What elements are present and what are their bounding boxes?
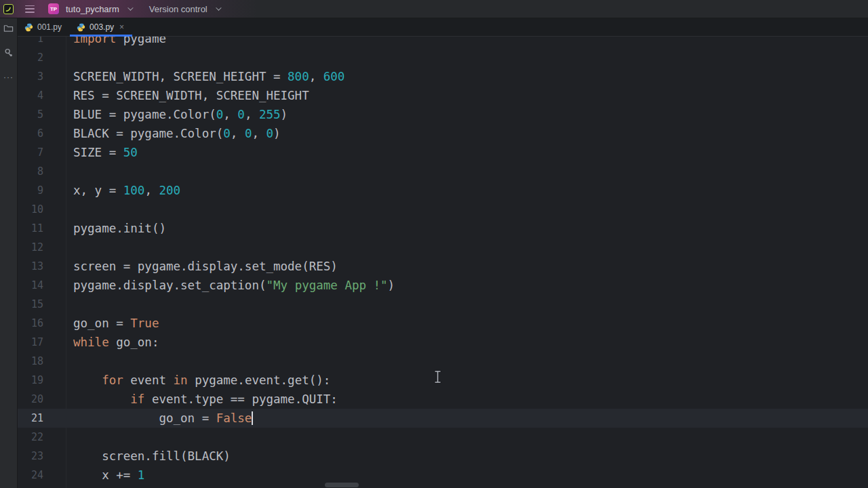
code-line[interactable]: 15: [18, 295, 868, 314]
line-number[interactable]: 12: [18, 241, 43, 253]
code-text: SCREEN_WIDTH, SCREEN_HEIGHT = 800, 600: [43, 70, 344, 83]
code-line[interactable]: 3SCREEN_WIDTH, SCREEN_HEIGHT = 800, 600: [18, 67, 868, 86]
code-text: screen = pygame.display.set_mode(RES): [43, 260, 338, 273]
line-number[interactable]: 7: [18, 146, 43, 159]
line-number[interactable]: 18: [18, 355, 43, 367]
code-line[interactable]: 10: [18, 200, 868, 219]
tab-003py[interactable]: 003.py×: [70, 18, 132, 36]
code-text: x, y = 100, 200: [43, 184, 180, 197]
code-line[interactable]: 2: [18, 48, 868, 67]
code-line[interactable]: 20 if event.type == pygame.QUIT:: [18, 390, 868, 409]
line-number[interactable]: 9: [18, 184, 43, 197]
code-text: while go_on:: [43, 336, 159, 349]
code-text: go_on = False: [43, 411, 253, 425]
main-toolbar: TP tuto_pycharm Version control: [0, 0, 868, 18]
main-menu-icon[interactable]: [25, 5, 35, 13]
code-line[interactable]: 24 x += 1: [18, 466, 868, 485]
code-text: pygame.display.set_caption("My pygame Ap…: [43, 279, 395, 292]
code-line[interactable]: 19 for event in pygame.event.get():: [18, 371, 868, 390]
line-number[interactable]: 2: [18, 52, 43, 64]
code-line[interactable]: 18: [18, 352, 868, 371]
code-line[interactable]: 5BLUE = pygame.Color(0, 0, 255): [18, 105, 868, 124]
line-number[interactable]: 23: [18, 450, 43, 462]
code-line[interactable]: 8: [18, 162, 868, 181]
code-line[interactable]: 1import pygame: [18, 37, 868, 48]
line-number[interactable]: 10: [18, 203, 43, 216]
code-text: SIZE = 50: [43, 146, 138, 159]
line-number[interactable]: 6: [18, 127, 43, 140]
line-number[interactable]: 14: [18, 279, 43, 291]
code-text: BLACK = pygame.Color(0, 0, 0): [43, 127, 281, 140]
line-number[interactable]: 4: [18, 89, 43, 102]
line-number[interactable]: 20: [18, 393, 43, 405]
line-number[interactable]: 16: [18, 317, 43, 329]
code-line[interactable]: 16go_on = True: [18, 314, 868, 333]
code-line[interactable]: 11pygame.init(): [18, 219, 868, 238]
project-name[interactable]: tuto_pycharm: [66, 4, 119, 14]
project-badge[interactable]: TP: [48, 3, 59, 14]
line-number[interactable]: 5: [18, 108, 43, 121]
line-number[interactable]: 19: [18, 374, 43, 386]
line-number[interactable]: 21: [18, 412, 43, 424]
text-caret: [252, 411, 253, 425]
code-line[interactable]: 7SIZE = 50: [18, 143, 868, 162]
code-line[interactable]: 4RES = SCREEN_WIDTH, SCREEN_HEIGHT: [18, 86, 868, 105]
chevron-down-icon[interactable]: [127, 5, 133, 10]
code-text: BLUE = pygame.Color(0, 0, 255): [43, 108, 288, 121]
pycharm-logo-icon[interactable]: [3, 4, 14, 14]
chevron-down-icon[interactable]: [216, 5, 221, 10]
code-text: if event.type == pygame.QUIT:: [43, 392, 338, 406]
version-control-menu[interactable]: Version control: [149, 4, 208, 14]
commit-icon[interactable]: [3, 47, 14, 58]
code-text: RES = SCREEN_WIDTH, SCREEN_HEIGHT: [43, 89, 309, 102]
code-text: for event in pygame.event.get():: [43, 373, 330, 387]
python-file-icon: [24, 23, 33, 32]
folder-icon[interactable]: [3, 23, 14, 33]
code-editor[interactable]: 1import pygame23SCREEN_WIDTH, SCREEN_HEI…: [18, 37, 868, 488]
tab-label: 001.py: [37, 22, 62, 32]
mouse-ibeam-cursor: [434, 370, 441, 386]
close-icon[interactable]: ×: [119, 23, 124, 31]
code-text: pygame.init(): [43, 222, 166, 235]
code-line[interactable]: 13screen = pygame.display.set_mode(RES): [18, 257, 868, 276]
code-text: x += 1: [43, 468, 144, 482]
python-file-icon: [77, 23, 85, 32]
line-number[interactable]: 24: [18, 469, 43, 481]
code-line[interactable]: 22: [18, 428, 868, 447]
tab-label: 003.py: [90, 22, 114, 32]
code-text: import pygame: [43, 37, 166, 45]
more-tool-windows-icon[interactable]: ···: [3, 72, 14, 82]
line-number[interactable]: 15: [18, 298, 43, 310]
code-line[interactable]: 12: [18, 238, 868, 257]
tab-001py[interactable]: 001.py: [18, 18, 70, 36]
code-line[interactable]: 14pygame.display.set_caption("My pygame …: [18, 276, 868, 295]
line-number[interactable]: 17: [18, 336, 43, 348]
tab-bar: 001.py003.py×: [18, 18, 868, 37]
line-number[interactable]: 11: [18, 222, 43, 235]
code-line[interactable]: 17while go_on:: [18, 333, 868, 352]
code-line[interactable]: 21 go_on = False: [18, 409, 868, 428]
code-line[interactable]: 6BLACK = pygame.Color(0, 0, 0): [18, 124, 868, 143]
line-number[interactable]: 13: [18, 260, 43, 272]
code-area: 1import pygame23SCREEN_WIDTH, SCREEN_HEI…: [18, 37, 868, 485]
overlay-pill: [325, 483, 359, 487]
line-number[interactable]: 22: [18, 431, 43, 443]
code-text: screen.fill(BLACK): [43, 449, 231, 463]
code-line[interactable]: 23 screen.fill(BLACK): [18, 447, 868, 466]
line-number[interactable]: 1: [18, 37, 43, 45]
line-number[interactable]: 8: [18, 165, 43, 178]
code-line[interactable]: 9x, y = 100, 200: [18, 181, 868, 200]
line-number[interactable]: 3: [18, 70, 43, 83]
tool-window-rail: ···: [0, 18, 18, 488]
code-text: go_on = True: [43, 317, 159, 330]
